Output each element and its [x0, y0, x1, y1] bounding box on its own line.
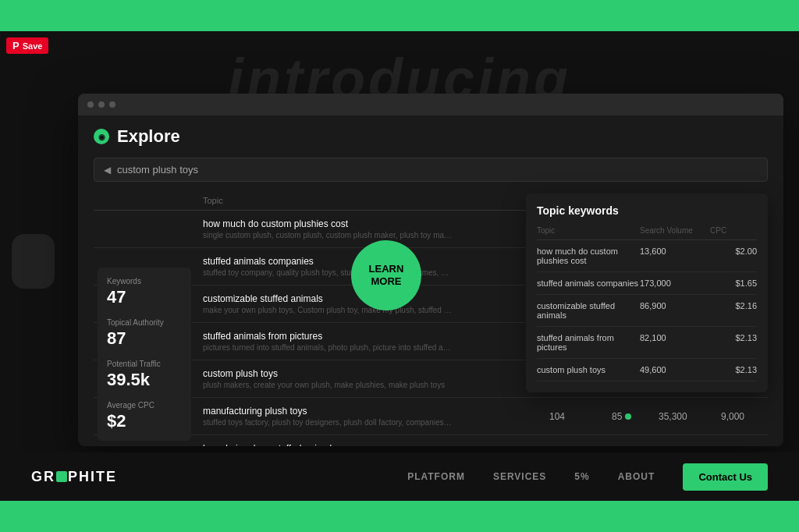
- cpc-label: Average CPC: [107, 401, 182, 410]
- row-6-keywords: 104: [549, 406, 612, 427]
- footer-nav-links: PLATFORM SERVICES 5% ABOUT Contact Us: [407, 463, 768, 491]
- kp-col-volume: Search Volume: [640, 226, 710, 235]
- kp-2-cpc: $1.65: [710, 278, 757, 288]
- row-7-topic: how do i make a stuffed animal make your…: [203, 443, 549, 446]
- row-7-keywords: 127: [549, 443, 612, 446]
- kp-1-topic: how much do custom plushies cost: [537, 246, 640, 265]
- contact-button[interactable]: Contact Us: [683, 463, 768, 491]
- stats-panel: Keywords 47 Topical Authority 87 Potenti…: [98, 268, 191, 441]
- stat-keywords: Keywords 47: [107, 277, 182, 307]
- kp-5-volume: 49,600: [640, 365, 710, 374]
- browser-dot-2: [98, 101, 105, 108]
- table-row: how do i make a stuffed animal make your…: [94, 435, 768, 446]
- search-value: custom plush toys: [117, 164, 198, 176]
- kp-4-cpc: $2.13: [710, 333, 757, 352]
- kp-col-topic: Topic: [537, 226, 640, 235]
- kp-5-cpc: $2.13: [710, 365, 757, 374]
- stat-avg-cpc: Average CPC $2: [107, 401, 182, 431]
- stat-topical-authority: Topical Authority 87: [107, 318, 182, 349]
- kp-2-volume: 173,000: [640, 278, 710, 288]
- browser-dot-3: [109, 101, 115, 108]
- footer-logo: GRPHITE: [31, 469, 407, 485]
- kp-row: stuffed animals companies 173,000 $1.65: [537, 272, 757, 295]
- browser-titlebar: [78, 94, 783, 115]
- kp-row: custom plush toys 49,600 $2.13: [537, 359, 757, 381]
- nav-platform[interactable]: PLATFORM: [407, 471, 465, 482]
- save-label: Save: [23, 41, 43, 51]
- row-6-pt: 9,000: [721, 406, 768, 427]
- keywords-value: 47: [107, 287, 182, 307]
- browser-window: ◉ Explore ◀ custom plush toys Keywords 4…: [78, 94, 783, 446]
- pt-value: 39.5k: [107, 370, 182, 390]
- browser-dot-1: [87, 101, 94, 108]
- ta-label: Topical Authority: [107, 318, 182, 327]
- deco-rect: [12, 234, 55, 289]
- search-bar[interactable]: ◀ custom plush toys: [94, 158, 768, 182]
- nav-services[interactable]: SERVICES: [493, 471, 546, 482]
- row-6-sv: 35,300: [659, 406, 721, 427]
- stat-potential-traffic: Potential Traffic 39.5k: [107, 360, 182, 390]
- learn-more-text: LEARNMORE: [369, 263, 404, 287]
- kp-2-topic: stuffed animals companies: [537, 278, 640, 288]
- ta-value: 87: [107, 328, 182, 349]
- learn-more-button[interactable]: LEARNMORE: [351, 240, 421, 310]
- nav-5pct[interactable]: 5%: [574, 471, 589, 482]
- pinterest-icon: P: [12, 40, 20, 51]
- row-6-ta: 85: [612, 406, 659, 427]
- search-back-icon: ◀: [104, 165, 111, 176]
- kp-col-cpc: CPC: [710, 226, 757, 235]
- keywords-label: Keywords: [107, 277, 182, 286]
- kp-header: Topic Search Volume CPC: [537, 226, 757, 240]
- nav-about[interactable]: ABOUT: [618, 471, 655, 482]
- main-container: Introducing P Save ◉ Explore ◀ custom pl…: [0, 31, 799, 501]
- kp-1-cpc: $2.00: [710, 246, 757, 265]
- kp-row: customizable stuffed animals 86,900 $2.1…: [537, 295, 757, 327]
- pt-label: Potential Traffic: [107, 360, 182, 368]
- row-6-topic: manufacturing plush toys stuffed toys fa…: [203, 406, 549, 427]
- kp-3-cpc: $2.16: [710, 301, 757, 320]
- logo-a-icon: [56, 471, 67, 482]
- table-row: manufacturing plush toys stuffed toys fa…: [94, 398, 768, 435]
- row-7-pt: 10,400: [721, 443, 768, 446]
- ta-indicator: [625, 413, 631, 420]
- row-7-ta: 91: [612, 443, 659, 446]
- keywords-panel: Topic keywords Topic Search Volume CPC h…: [526, 193, 768, 392]
- col-topic: Topic: [94, 196, 549, 205]
- kp-5-topic: custom plush toys: [537, 365, 640, 374]
- row-7-sv: 45,600: [659, 443, 721, 446]
- app-header: ◉ Explore: [78, 115, 783, 158]
- row-5-topic: custom plush toys plush makers, create y…: [203, 368, 549, 389]
- kp-3-topic: customizable stuffed animals: [537, 301, 640, 320]
- keywords-panel-title: Topic keywords: [537, 204, 757, 217]
- app-logo: ◉: [94, 129, 109, 144]
- footer-nav: GRPHITE PLATFORM SERVICES 5% ABOUT Conta…: [0, 452, 799, 501]
- kp-1-volume: 13,600: [640, 246, 710, 265]
- kp-row: how much do custom plushies cost 13,600 …: [537, 240, 757, 272]
- app-title: Explore: [117, 126, 180, 147]
- browser-content: ◉ Explore ◀ custom plush toys Keywords 4…: [78, 115, 783, 446]
- kp-3-volume: 86,900: [640, 301, 710, 320]
- cpc-value: $2: [107, 411, 182, 431]
- save-badge[interactable]: P Save: [6, 37, 48, 54]
- row-1-topic: how much do custom plushies cost single …: [203, 218, 549, 239]
- row-4-topic: stuffed animals from pictures pictures t…: [203, 331, 549, 352]
- kp-4-volume: 82,100: [640, 333, 710, 352]
- kp-4-topic: stuffed animals from pictures: [537, 333, 640, 352]
- kp-row: stuffed animals from pictures 82,100 $2.…: [537, 327, 757, 359]
